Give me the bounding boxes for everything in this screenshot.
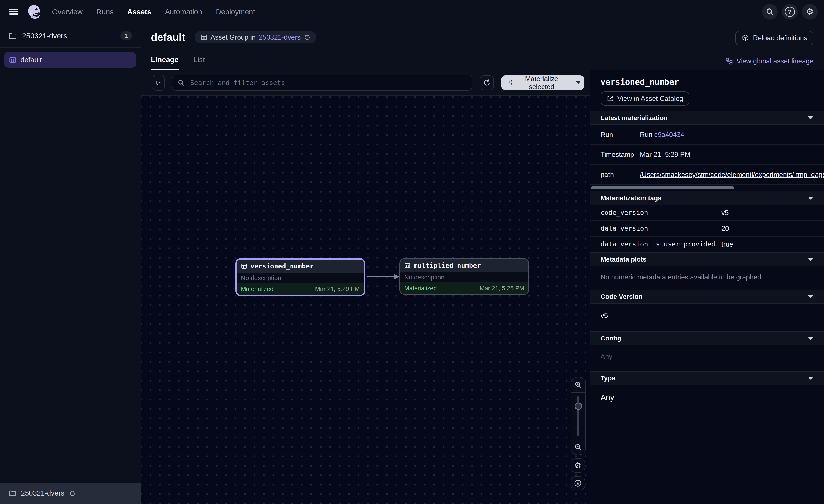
refresh-icon[interactable] xyxy=(69,490,76,497)
section-header-metadata-plots[interactable]: Metadata plots xyxy=(590,252,824,266)
nav-item-deployment[interactable]: Deployment xyxy=(216,8,255,16)
search-input[interactable] xyxy=(189,79,467,87)
sidebar: 250321-dvers 1 default 250321-dvers xyxy=(0,24,141,504)
tag-key: data_version_is_user_provided xyxy=(590,237,714,252)
nav-item-automation[interactable]: Automation xyxy=(165,8,202,16)
nav-item-overview[interactable]: Overview xyxy=(52,8,83,16)
section-header-type[interactable]: Type xyxy=(590,371,824,385)
section-header-latest-materialization[interactable]: Latest materialization xyxy=(590,111,824,125)
nav-item-assets[interactable]: Assets xyxy=(127,8,151,16)
app-root: Overview Runs Assets Automation Deployme… xyxy=(0,0,824,504)
materialize-selected-label: Materialize selected xyxy=(517,76,566,90)
top-nav: Overview Runs Assets Automation Deployme… xyxy=(0,0,824,24)
asset-node-name: multiplied_number xyxy=(414,262,481,269)
row-value: /Users/smackesey/stm/code/elementl/exper… xyxy=(633,165,824,184)
view-in-asset-catalog-button[interactable]: View in Asset Catalog xyxy=(601,92,689,106)
refresh-icon xyxy=(483,79,491,87)
help-button[interactable]: ? xyxy=(782,4,798,20)
materialized-status: Materialized xyxy=(241,285,274,292)
reload-definitions-icon xyxy=(741,34,749,42)
section-header-code-version[interactable]: Code Version xyxy=(590,290,824,304)
section-title: Code Version xyxy=(601,293,642,300)
path-link[interactable]: /Users/smackesey/stm/code/elementl/exper… xyxy=(640,171,824,178)
section-header-materialization-tags[interactable]: Materialization tags xyxy=(590,191,824,205)
gear-icon: ⚙ xyxy=(575,462,582,469)
reload-definitions-button[interactable]: Reload definitions xyxy=(735,31,814,45)
expand-panel-button[interactable] xyxy=(153,75,164,91)
tab-lineage[interactable]: Lineage xyxy=(151,55,179,70)
latest-materialization-table: Run Run c9a40434 Timestamp Mar 21, 5:29 … xyxy=(590,125,824,189)
asset-node-header: versioned_number xyxy=(237,260,364,273)
help-icon: ? xyxy=(785,7,795,17)
dagster-logo[interactable] xyxy=(26,4,42,20)
tag-value: v5 xyxy=(714,205,824,221)
tag-key: data_version xyxy=(590,221,714,236)
materialized-timestamp: Mar 21, 5:25 PM xyxy=(480,285,524,292)
row-value: Mar 21, 5:29 PM xyxy=(633,145,824,164)
materialize-split-button: Materialize selected xyxy=(501,76,584,90)
materialized-status: Materialized xyxy=(404,285,437,292)
asset-node-description: No description xyxy=(400,272,529,283)
refresh-icon[interactable] xyxy=(304,34,311,41)
settings-button[interactable]: ⚙ xyxy=(802,4,818,20)
asset-node-versioned-number[interactable]: versioned_number No description Material… xyxy=(235,258,365,296)
refresh-graph-button[interactable] xyxy=(480,76,494,90)
badge-repo-link[interactable]: 250321-dvers xyxy=(259,33,301,41)
menu-button[interactable] xyxy=(6,5,21,19)
graph-settings-button[interactable]: ⚙ xyxy=(571,458,585,473)
download-icon xyxy=(574,479,582,487)
page-header: default Asset Group in 250321-dvers Relo… xyxy=(141,24,824,71)
view-global-asset-lineage-link[interactable]: View global asset lineage xyxy=(725,57,813,65)
run-link[interactable]: c9a40434 xyxy=(654,131,684,138)
search-icon xyxy=(766,8,774,16)
nav-item-runs[interactable]: Runs xyxy=(96,8,113,16)
section-caret-icon xyxy=(808,295,813,298)
asset-group-icon xyxy=(9,56,16,64)
section-title: Latest materialization xyxy=(601,114,668,122)
asset-node-footer: Materialized Mar 21, 5:25 PM xyxy=(400,282,529,294)
materialize-dropdown-button[interactable] xyxy=(572,76,584,90)
search-button[interactable] xyxy=(762,4,778,20)
external-link-icon xyxy=(607,95,614,102)
section-caret-icon xyxy=(808,258,813,261)
sidebar-group-row[interactable]: 250321-dvers 1 xyxy=(0,24,140,47)
asset-group-badge: Asset Group in 250321-dvers xyxy=(195,31,316,43)
sidebar-item-default[interactable]: default xyxy=(4,52,136,68)
materialize-selected-button[interactable]: Materialize selected xyxy=(501,76,572,90)
zoom-slider-knob[interactable] xyxy=(575,402,582,410)
hamburger-icon xyxy=(9,8,18,16)
table-icon xyxy=(200,34,207,41)
horizontal-scrollbar[interactable] xyxy=(591,186,734,189)
download-image-button[interactable] xyxy=(571,476,585,491)
zoom-out-button[interactable] xyxy=(571,440,586,455)
table-icon xyxy=(404,262,410,269)
tab-list[interactable]: List xyxy=(193,55,205,70)
dagster-logo-icon xyxy=(26,4,42,20)
zoom-in-icon xyxy=(575,381,582,389)
row-key: Run xyxy=(590,125,633,144)
asset-details-title: versioned_number xyxy=(601,77,814,87)
edge-arrow xyxy=(368,272,400,281)
section-title: Metadata plots xyxy=(601,256,646,263)
table-row: data_version 20 xyxy=(590,221,824,237)
asset-search-box xyxy=(172,75,473,91)
tag-value: 20 xyxy=(714,221,824,236)
table-icon xyxy=(241,263,247,269)
table-row: Timestamp Mar 21, 5:29 PM xyxy=(590,145,824,165)
zoom-slider[interactable] xyxy=(571,392,586,440)
materialization-tags-table: code_version v5 data_version 20 data_ver… xyxy=(590,205,824,252)
gear-icon: ⚙ xyxy=(806,7,814,16)
sidebar-footer-repo[interactable]: 250321-dvers xyxy=(0,483,140,504)
lineage-canvas[interactable]: versioned_number No description Material… xyxy=(141,96,590,504)
asset-node-name: versioned_number xyxy=(250,262,314,270)
asset-node-multiplied-number[interactable]: multiplied_number No description Materia… xyxy=(399,258,529,295)
table-row: Run Run c9a40434 xyxy=(590,125,824,145)
sidebar-divider xyxy=(0,47,140,47)
view-in-asset-catalog-label: View in Asset Catalog xyxy=(617,95,683,103)
zoom-in-button[interactable] xyxy=(571,377,586,392)
lineage-toolbar: Materialize selected xyxy=(141,70,590,96)
reload-definitions-label: Reload definitions xyxy=(753,34,807,42)
section-header-config[interactable]: Config xyxy=(590,331,824,345)
section-title: Materialization tags xyxy=(601,195,661,202)
badge-prefix: Asset Group in xyxy=(210,33,256,41)
